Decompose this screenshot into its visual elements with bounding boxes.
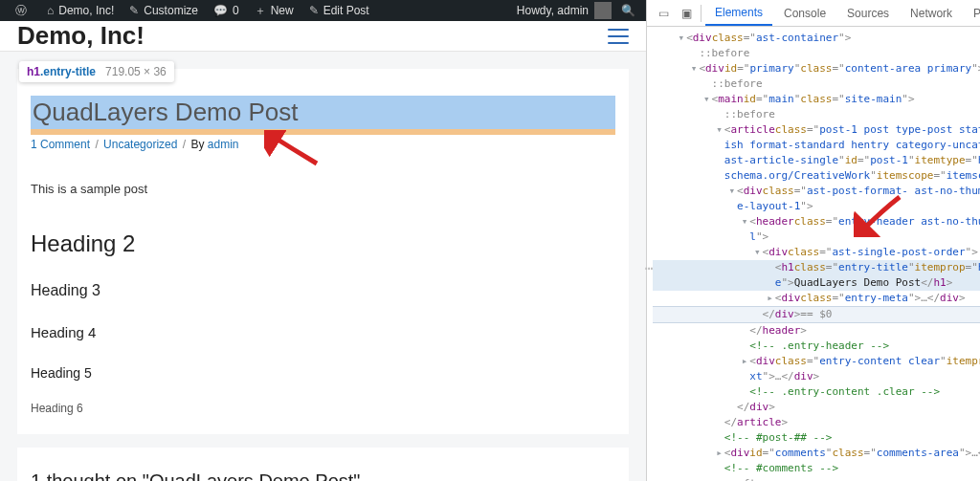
tab-console[interactable]: Console: [774, 0, 835, 26]
tab-elements[interactable]: Elements: [705, 0, 772, 26]
dom-line[interactable]: ▸<div class="entry-content clear" itempr…: [653, 354, 980, 369]
wp-admin-bar: ⓦ ⌂Demo, Inc! ✎Customize 💬0 ＋New ✎Edit P…: [0, 0, 646, 21]
dom-line[interactable]: <!-- #post-## -->: [653, 430, 980, 446]
site-header: Demo, Inc!: [0, 21, 646, 52]
new-label: New: [271, 4, 294, 17]
inspect-element-icon[interactable]: ▭: [653, 7, 674, 20]
site-menu[interactable]: ⌂Demo, Inc!: [39, 0, 122, 21]
heading-2: Heading 2: [31, 230, 615, 257]
comments-sheet: 1 thought on "QuadLayers Demo Post": [17, 448, 629, 481]
tab-sources[interactable]: Sources: [837, 0, 899, 26]
dom-line[interactable]: </article>: [653, 415, 980, 430]
dom-line[interactable]: e-layout-1">: [653, 199, 980, 214]
edit-post-link[interactable]: ✎Edit Post: [301, 0, 377, 21]
heading-5: Heading 5: [31, 365, 615, 381]
entry-title: QuadLayers Demo Post: [31, 96, 615, 135]
ellipsis-icon: ⋯: [645, 260, 652, 275]
tooltip-dimensions: 719.05 × 36: [105, 65, 167, 78]
dom-tree[interactable]: ▾<div class="ast-container"> ::before ▾<…: [647, 27, 980, 481]
site-name-label: Demo, Inc!: [58, 4, 114, 17]
dom-line[interactable]: schema.org/CreativeWork" itemscope="item…: [653, 168, 980, 184]
device-toggle-icon[interactable]: ▣: [676, 7, 697, 20]
dom-line[interactable]: <!-- .entry-content .clear -->: [653, 384, 980, 400]
brush-icon: ✎: [129, 4, 139, 17]
dom-line[interactable]: </div> == $0: [653, 306, 980, 323]
by-label: By: [190, 138, 204, 151]
dom-line[interactable]: ▾<div class="ast-container">: [653, 31, 980, 46]
dom-line[interactable]: ::before: [653, 46, 980, 61]
tab-network[interactable]: Network: [901, 0, 962, 26]
dom-line[interactable]: ▾<div class="ast-post-format- ast-no-thu…: [653, 184, 980, 199]
comments-count: 0: [233, 4, 239, 17]
tooltip-tag: h1: [27, 65, 40, 78]
tooltip-class: .entry-title: [40, 65, 96, 78]
dom-line[interactable]: ▸<div class="entry-meta">…</div>: [653, 291, 980, 306]
plus-icon: ＋: [255, 3, 266, 19]
devtools-tabs: ▭ ▣ Elements Console Sources Network Per…: [647, 0, 980, 27]
mobile-menu-toggle[interactable]: [608, 29, 629, 44]
dom-line[interactable]: ▾<main id="main" class="site-main">: [653, 92, 980, 107]
site-title[interactable]: Demo, Inc!: [17, 21, 145, 51]
comments-link[interactable]: 💬0: [206, 0, 247, 21]
howdy-label: Howdy, admin: [517, 4, 589, 17]
howdy-menu[interactable]: Howdy, admin: [517, 2, 612, 19]
customize-link[interactable]: ✎Customize: [122, 0, 206, 21]
home-icon: ⌂: [47, 4, 54, 17]
dom-line[interactable]: <h1 class="entry-title" itemprop="headli…: [653, 260, 980, 275]
dom-line[interactable]: </div>: [653, 400, 980, 415]
wp-logo-icon[interactable]: ⓦ: [8, 0, 39, 21]
dom-line[interactable]: ▾<header class="entry-header ast-no-thum…: [653, 214, 980, 230]
dom-line[interactable]: ▾<div id="primary" class="content-area p…: [653, 61, 980, 77]
dom-line[interactable]: <!-- #comments -->: [653, 461, 980, 476]
dom-line[interactable]: ▸<div id="comments" class="comments-area…: [653, 446, 980, 461]
search-toggle[interactable]: 🔍: [617, 0, 638, 21]
dom-line[interactable]: </header>: [653, 323, 980, 339]
edit-post-label: Edit Post: [323, 4, 369, 17]
dom-line[interactable]: ::before: [653, 107, 980, 122]
dom-line[interactable]: l">: [653, 230, 980, 245]
heading-3: Heading 3: [31, 282, 615, 299]
dom-line[interactable]: ast-article-single" id="post-1" itemtype…: [653, 153, 980, 168]
tab-performance[interactable]: Performance: [964, 0, 980, 26]
search-icon: 🔍: [621, 4, 635, 17]
entry-meta: 1 Comment / Uncategorized / By admin: [31, 138, 615, 151]
dom-line[interactable]: ish format-standard hentry category-unca…: [653, 138, 980, 153]
dom-line[interactable]: ▾<article class="post-1 post type-post s…: [653, 122, 980, 138]
dom-line[interactable]: ▾<div class="ast-single-post-order">: [653, 245, 980, 260]
dom-line[interactable]: xt">…</div>: [653, 369, 980, 384]
devtools-panel: ▭ ▣ Elements Console Sources Network Per…: [647, 0, 980, 481]
customize-label: Customize: [144, 4, 198, 17]
post-paragraph: This is a sample post: [31, 182, 615, 196]
pencil-icon: ✎: [309, 4, 319, 17]
avatar: [594, 2, 612, 19]
dom-line[interactable]: ::before: [653, 77, 980, 92]
author-link[interactable]: admin: [208, 138, 239, 151]
new-menu[interactable]: ＋New: [247, 0, 301, 21]
category-link[interactable]: Uncategorized: [103, 138, 177, 151]
dom-line[interactable]: e">QuadLayers Demo Post</h1>: [653, 275, 980, 291]
inspector-tooltip: h1.entry-title 719.05 × 36: [19, 61, 174, 82]
comment-icon: 💬: [213, 4, 228, 17]
dom-line[interactable]: <!-- .entry-header -->: [653, 339, 980, 354]
heading-4: Heading 4: [31, 324, 615, 340]
dom-line[interactable]: ::after: [653, 476, 980, 481]
heading-6: Heading 6: [31, 402, 615, 415]
post-sheet: h1.entry-title 719.05 × 36 QuadLayers De…: [17, 69, 629, 434]
comments-title: 1 thought on "QuadLayers Demo Post": [31, 470, 615, 481]
comments-link[interactable]: 1 Comment: [31, 138, 90, 151]
